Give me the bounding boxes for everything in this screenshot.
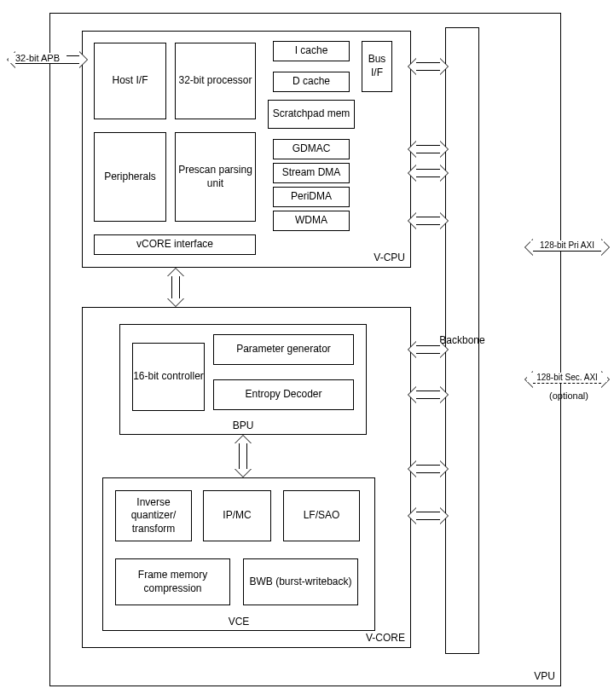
bpu1-backbone-arrow <box>408 341 449 358</box>
stream-dma-box: Stream DMA <box>273 163 350 183</box>
bpu2-backbone-arrow <box>408 386 449 403</box>
fmc-label: Frame memory compression <box>116 569 229 595</box>
host-if-label: Host I/F <box>112 74 148 88</box>
vce-label: VCE <box>103 616 374 628</box>
i-cache-label: I cache <box>295 44 328 58</box>
prescan-label: Prescan parsing unit <box>176 164 255 190</box>
entropy-label: Entropy Decoder <box>245 388 321 402</box>
vpu-diagram: VPU Backbone V-CPU Host I/F 32-bit proce… <box>0 0 614 700</box>
wdma-backbone-arrow <box>408 212 449 229</box>
entropy-box: Entropy Decoder <box>213 379 354 410</box>
controller-box: 16-bit controller <box>132 343 205 411</box>
processor-label: 32-bit processor <box>178 74 252 88</box>
wdma-label: WDMA <box>295 214 327 228</box>
vce1-backbone-arrow <box>408 460 449 477</box>
bus-if-label: Bus I/F <box>362 53 391 79</box>
d-cache-label: D cache <box>293 75 330 89</box>
inv-quant-label: Inverse quantizer/ transform <box>116 496 191 536</box>
bus-if-box: Bus I/F <box>362 41 392 92</box>
sec-axi-label: 128-bit Sec. AXI <box>527 373 607 382</box>
pri-axi-label: 128-bit Pri AXI <box>530 240 604 250</box>
vcore-label: V-CORE <box>366 632 405 644</box>
ipmc-label: IP/MC <box>223 509 251 523</box>
peripherals-label: Peripherals <box>104 171 156 184</box>
gdmac-box: GDMAC <box>273 139 350 159</box>
host-if-box: Host I/F <box>94 43 166 119</box>
vcpu-vcore-arrow <box>167 268 184 307</box>
wdma-box: WDMA <box>273 211 350 231</box>
prescan-box: Prescan parsing unit <box>175 132 256 222</box>
vpu-label: VPU <box>534 670 555 682</box>
peripherals-box: Peripherals <box>94 132 166 222</box>
bpu-label: BPU <box>120 419 366 431</box>
scratchpad-box: Scratchpad mem <box>268 100 355 129</box>
peridma-label: PeriDMA <box>291 190 332 204</box>
inv-quant-box: Inverse quantizer/ transform <box>115 490 192 541</box>
vce2-backbone-arrow <box>408 507 449 524</box>
controller-label: 16-bit controller <box>133 370 204 384</box>
gdmac-label: GDMAC <box>293 142 331 156</box>
vcpu-label: V-CPU <box>374 252 405 263</box>
processor-box: 32-bit processor <box>175 43 256 119</box>
lfsao-box: LF/SAO <box>283 490 360 541</box>
lfsao-label: LF/SAO <box>304 509 340 523</box>
streamdma-backbone-arrow <box>408 165 449 182</box>
bwb-box: BWB (burst-writeback) <box>243 558 358 605</box>
sec-axi-note: (optional) <box>539 390 599 401</box>
bwb-label: BWB (burst-writeback) <box>249 576 351 589</box>
param-gen-label: Parameter generator <box>236 343 331 356</box>
fmc-box: Frame memory compression <box>115 558 230 605</box>
d-cache-box: D cache <box>273 72 350 92</box>
gdmac-backbone-arrow <box>408 141 449 158</box>
busif-backbone-arrow <box>408 58 449 75</box>
backbone-box: Backbone <box>445 27 479 654</box>
peridma-box: PeriDMA <box>273 187 350 207</box>
vcore-interface-label: vCORE interface <box>136 238 213 252</box>
vcore-interface-box: vCORE interface <box>94 234 256 255</box>
ipmc-box: IP/MC <box>203 490 271 541</box>
apb-label: 32-bit APB <box>9 53 67 63</box>
param-gen-box: Parameter generator <box>213 334 354 365</box>
scratchpad-label: Scratchpad mem <box>273 107 350 121</box>
bpu-vce-arrow <box>235 435 252 477</box>
i-cache-box: I cache <box>273 41 350 61</box>
stream-dma-label: Stream DMA <box>282 166 341 180</box>
